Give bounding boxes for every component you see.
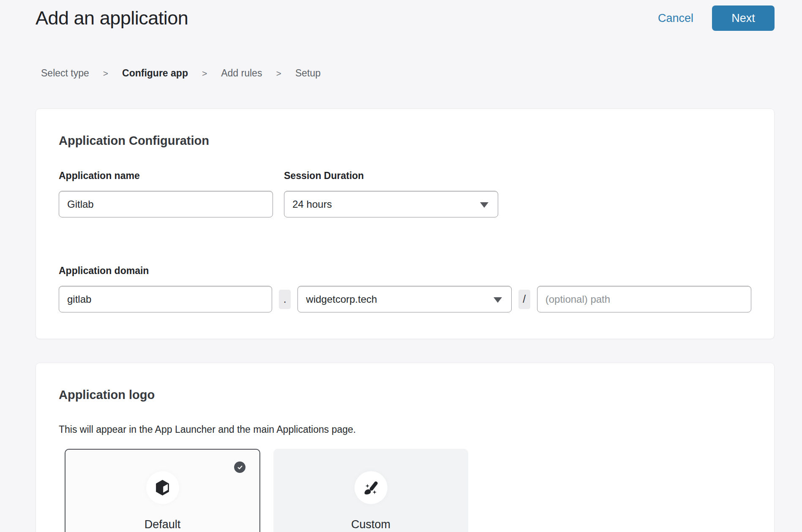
chevron-down-icon	[494, 297, 502, 303]
cube-icon	[155, 479, 170, 496]
application-domain-row: . widgetcorp.tech /	[59, 286, 751, 312]
domain-select[interactable]: widgetcorp.tech	[297, 286, 511, 312]
session-duration-field-group: Session Duration 24 hours	[284, 170, 498, 217]
step-select-type[interactable]: Select type	[41, 67, 89, 79]
application-name-input[interactable]	[59, 191, 273, 217]
slash-separator: /	[518, 290, 530, 309]
application-configuration-heading: Application Configuration	[59, 133, 751, 148]
breadcrumb-separator: >	[103, 67, 108, 79]
application-configuration-card: Application Configuration Application na…	[35, 109, 775, 339]
topbar: Add an application Cancel Next	[0, 0, 802, 31]
session-duration-value: 24 hours	[292, 198, 332, 210]
application-name-label: Application name	[59, 170, 273, 182]
next-button[interactable]: Next	[712, 5, 775, 31]
page-title: Add an application	[35, 7, 188, 29]
name-session-row: Application name Session Duration 24 hou…	[59, 170, 751, 217]
logo-option-label: Default	[145, 518, 181, 531]
breadcrumb-separator: >	[202, 67, 207, 79]
cancel-button[interactable]: Cancel	[658, 12, 693, 25]
session-duration-label: Session Duration	[284, 170, 498, 182]
application-name-field-group: Application name	[59, 170, 273, 217]
check-icon	[237, 464, 243, 471]
default-logo-circle	[146, 471, 179, 504]
selected-check-badge	[234, 461, 246, 473]
application-logo-description: This will appear in the App Launcher and…	[59, 424, 751, 435]
header-actions: Cancel Next	[658, 5, 775, 31]
path-input[interactable]	[537, 286, 751, 312]
step-setup[interactable]: Setup	[295, 67, 321, 79]
step-configure-app[interactable]: Configure app	[122, 67, 188, 79]
custom-logo-circle	[355, 471, 387, 504]
logo-option-default[interactable]: Default	[65, 449, 260, 532]
breadcrumb-separator: >	[276, 67, 281, 79]
application-domain-label: Application domain	[59, 265, 751, 277]
logo-option-custom[interactable]: Custom	[273, 449, 468, 532]
session-duration-select[interactable]: 24 hours	[284, 191, 498, 217]
paintbrush-icon	[362, 479, 380, 497]
application-logo-card: Application logo This will appear in the…	[35, 363, 775, 532]
breadcrumb: Select type > Configure app > Add rules …	[41, 67, 802, 79]
application-logo-heading: Application logo	[59, 388, 751, 402]
logo-option-label: Custom	[351, 518, 390, 531]
step-add-rules[interactable]: Add rules	[221, 67, 262, 79]
dot-separator: .	[279, 290, 291, 309]
subdomain-input[interactable]	[59, 286, 272, 312]
logo-options: Default Custom	[65, 449, 751, 532]
chevron-down-icon	[480, 202, 488, 208]
domain-value: widgetcorp.tech	[306, 293, 377, 305]
